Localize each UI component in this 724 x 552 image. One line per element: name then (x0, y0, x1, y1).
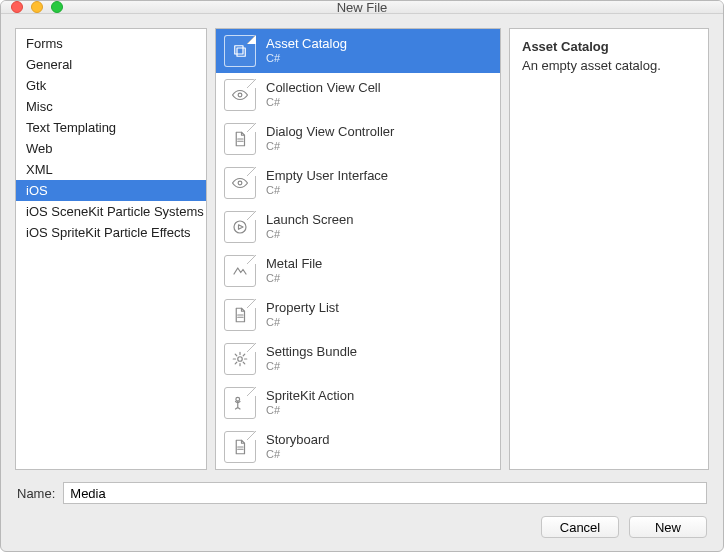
template-language: C# (266, 360, 357, 373)
template-language: C# (266, 272, 322, 285)
details-title: Asset Catalog (522, 39, 696, 54)
svg-point-3 (238, 181, 242, 185)
template-item[interactable]: Asset CatalogC# (216, 29, 500, 73)
template-text: Launch ScreenC# (266, 213, 353, 241)
panes: FormsGeneralGtkMiscText TemplatingWebXML… (15, 28, 709, 470)
template-name: Launch Screen (266, 213, 353, 228)
template-text: Settings BundleC# (266, 345, 357, 373)
template-language: C# (266, 316, 339, 329)
template-item[interactable]: SpriteKit ActionC# (216, 381, 500, 425)
svg-point-2 (238, 93, 242, 97)
template-name: SpriteKit Action (266, 389, 354, 404)
file-icon (224, 299, 256, 331)
template-item[interactable]: Dialog View ControllerC# (216, 117, 500, 161)
new-file-dialog: New File FormsGeneralGtkMiscText Templat… (0, 0, 724, 552)
category-item[interactable]: iOS SpriteKit Particle Effects (16, 222, 206, 243)
flag-icon (224, 387, 256, 419)
eye-icon (224, 167, 256, 199)
name-label: Name: (17, 486, 55, 501)
template-language: C# (266, 404, 354, 417)
template-name: Storyboard (266, 433, 330, 448)
details-pane: Asset Catalog An empty asset catalog. (509, 28, 709, 470)
category-item[interactable]: XML (16, 159, 206, 180)
template-language: C# (266, 140, 394, 153)
template-language: C# (266, 228, 353, 241)
template-item[interactable]: Metal FileC# (216, 249, 500, 293)
zigzag-icon (224, 255, 256, 287)
category-item[interactable]: iOS SceneKit Particle Systems (16, 201, 206, 222)
details-description: An empty asset catalog. (522, 58, 696, 73)
gear-icon (224, 343, 256, 375)
template-language: C# (266, 184, 388, 197)
play-icon (224, 211, 256, 243)
cancel-button[interactable]: Cancel (541, 516, 619, 538)
template-pane: Asset CatalogC#Collection View CellC#Dia… (215, 28, 501, 470)
category-item[interactable]: Web (16, 138, 206, 159)
svg-point-4 (234, 221, 246, 233)
template-item[interactable]: StoryboardC# (216, 425, 500, 469)
file-icon (224, 123, 256, 155)
template-name: Empty User Interface (266, 169, 388, 184)
template-text: SpriteKit ActionC# (266, 389, 354, 417)
template-text: StoryboardC# (266, 433, 330, 461)
template-item[interactable]: Settings BundleC# (216, 337, 500, 381)
template-language: C# (266, 96, 381, 109)
template-name: Property List (266, 301, 339, 316)
category-pane: FormsGeneralGtkMiscText TemplatingWebXML… (15, 28, 207, 470)
category-item[interactable]: iOS (16, 180, 206, 201)
titlebar: New File (1, 1, 723, 14)
template-text: Metal FileC# (266, 257, 322, 285)
eye-icon (224, 79, 256, 111)
category-item[interactable]: Misc (16, 96, 206, 117)
window-title: New File (1, 0, 723, 15)
template-name: Metal File (266, 257, 322, 272)
template-name: Dialog View Controller (266, 125, 394, 140)
template-name: Settings Bundle (266, 345, 357, 360)
template-item[interactable]: Empty User InterfaceC# (216, 161, 500, 205)
name-input[interactable] (63, 482, 707, 504)
category-item[interactable]: Forms (16, 33, 206, 54)
svg-rect-0 (235, 46, 243, 54)
file-icon (224, 431, 256, 463)
template-item[interactable]: Property ListC# (216, 293, 500, 337)
template-language: C# (266, 448, 330, 461)
layers-icon (224, 35, 256, 67)
template-item[interactable]: Launch ScreenC# (216, 205, 500, 249)
category-list: FormsGeneralGtkMiscText TemplatingWebXML… (16, 29, 206, 247)
dialog-content: FormsGeneralGtkMiscText TemplatingWebXML… (1, 14, 723, 552)
template-name: Asset Catalog (266, 37, 347, 52)
template-text: Asset CatalogC# (266, 37, 347, 65)
category-item[interactable]: General (16, 54, 206, 75)
category-item[interactable]: Text Templating (16, 117, 206, 138)
template-name: Collection View Cell (266, 81, 381, 96)
template-text: Property ListC# (266, 301, 339, 329)
template-item[interactable]: Collection View CellC# (216, 73, 500, 117)
template-list: Asset CatalogC#Collection View CellC#Dia… (216, 29, 500, 469)
name-row: Name: (15, 482, 709, 504)
template-text: Collection View CellC# (266, 81, 381, 109)
svg-point-5 (238, 357, 243, 362)
svg-rect-1 (237, 48, 245, 56)
template-text: Dialog View ControllerC# (266, 125, 394, 153)
category-item[interactable]: Gtk (16, 75, 206, 96)
template-text: Empty User InterfaceC# (266, 169, 388, 197)
dialog-footer: Cancel New (15, 516, 709, 540)
new-button[interactable]: New (629, 516, 707, 538)
template-language: C# (266, 52, 347, 65)
